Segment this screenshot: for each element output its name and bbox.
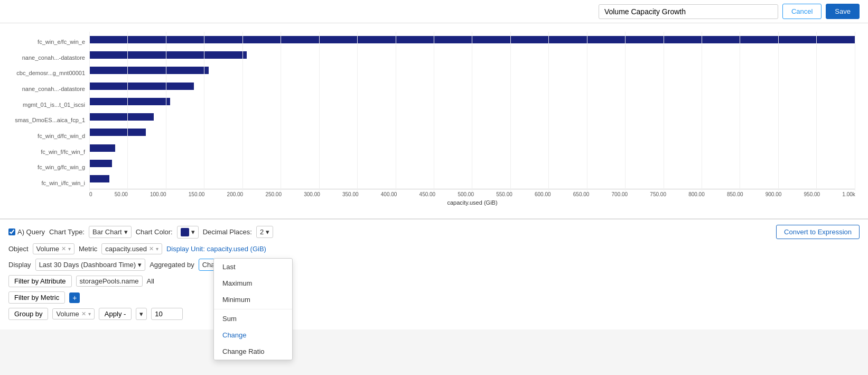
x-tick-label: 350.00 [342,191,359,197]
bar[interactable] [89,129,146,136]
chart-type-label: Chart Type: [49,228,85,236]
filter-metric-label: Filter by Metric [14,294,59,301]
x-tick-label: 100.00 [150,191,166,197]
dropdown-item[interactable]: Last [214,259,292,275]
bar[interactable] [89,51,247,59]
x-tick-label: 550.00 [496,191,512,197]
object-arrow-icon[interactable]: ▾ [68,246,71,252]
display-time-select[interactable]: Last 30 Days (Dashboard Time) ▾ [35,259,146,271]
filter-attribute-button[interactable]: Filter by Attribute [8,275,72,287]
display-unit-link[interactable]: Display Unit: capacity.used (GiB) [166,245,266,253]
x-tick-label: 450.00 [419,191,436,197]
chart-plot: 050.00100.00150.00200.00250.00300.00350.… [89,32,855,206]
x-tick-label: 650.00 [573,191,590,197]
y-label: nane_conah...-datastore [13,53,85,62]
display-time-arrow: ▾ [138,261,142,269]
cancel-button[interactable]: Cancel [782,4,822,19]
group-by-clear-icon[interactable]: ✕ [81,310,86,317]
bar[interactable] [89,67,209,74]
filter-attr-label: Filter by Attribute [14,277,66,285]
query-row: A) Query Chart Type: Bar Chart ▾ Chart C… [8,225,860,239]
filter-attr-field-value: storagePools.name [80,277,139,285]
y-label: cbc_demosr...g_mnt00001 [13,68,85,78]
y-label: nane_conah...-datastore [13,84,85,94]
metric-clear-icon[interactable]: ✕ [149,245,154,252]
chart-area: fc_win_e/fc_win_enane_conah...-datastore… [0,23,868,219]
display-label: Display [8,261,31,269]
x-tick-label: 200.00 [227,191,244,197]
group-by-arrow-icon[interactable]: ▾ [88,311,91,317]
x-tick-label: 50.00 [115,191,128,197]
x-tick-label: 400.00 [381,191,397,197]
decimal-places-select[interactable]: 2 ▾ [256,226,273,238]
query-checkbox[interactable] [8,228,15,235]
group-by-select[interactable]: Volume ✕ ▾ [52,308,94,319]
group-by-button[interactable]: Group by [8,308,48,320]
display-row: Display Last 30 Days (Dashboard Time) ▾ … [8,259,860,271]
y-label: fc_win_i/fc_win_i [13,178,85,188]
x-tick-label: 1.00k [842,191,855,197]
bar-row [89,112,855,122]
object-select[interactable]: Volume ✕ ▾ [33,243,74,254]
y-label: fc_win_e/fc_win_e [13,37,85,47]
x-tick-label: 900.00 [766,191,782,197]
bars-container [89,32,855,189]
object-metric-row: Object Volume ✕ ▾ Metric capacity.used ✕… [8,243,860,254]
filter-attr-all: All [147,277,154,285]
x-tick-label: 600.00 [535,191,551,197]
bar-row [89,97,855,106]
convert-to-expression-button[interactable]: Convert to Expression [776,225,860,239]
chart-type-select[interactable]: Bar Chart ▾ [89,226,132,238]
object-clear-icon[interactable]: ✕ [61,245,66,252]
query-checkbox-label[interactable]: A) Query [8,228,45,236]
x-tick-label: 150.00 [189,191,205,197]
chart-title-input[interactable] [599,4,778,19]
bar-row [89,50,855,60]
color-arrow: ▾ [191,228,195,236]
metric-arrow-icon[interactable]: ▾ [156,246,158,252]
filter-metric-row: Filter by Metric + [8,291,860,304]
x-tick-label: 250.00 [265,191,282,197]
chart-color-swatch[interactable]: ▾ [177,226,199,239]
y-label: smas_DmoES...aica_fcp_1 [13,115,85,125]
metric-select[interactable]: capacity.used ✕ ▾ [101,243,162,254]
y-label: fc_win_f/fc_win_f [13,147,85,157]
metric-value: capacity.used [105,245,147,253]
decimal-places-label: Decimal Places: [203,228,252,236]
bar[interactable] [89,144,115,152]
bar[interactable] [89,113,154,121]
object-label: Object [8,245,29,253]
bar[interactable] [89,98,170,105]
bar-row [89,174,855,184]
header: Cancel Save [0,0,868,23]
apply-number-input[interactable] [151,308,183,320]
dropdown-item[interactable]: Minimum [214,291,292,308]
display-time-value: Last 30 Days (Dashboard Time) [39,261,136,269]
apply-button[interactable]: Apply - [99,308,132,320]
x-tick-label: 300.00 [304,191,320,197]
bar-row [89,35,855,44]
apply-direction-select[interactable]: ▾ [136,308,147,320]
dropdown-item[interactable]: Change [214,327,292,330]
filter-metric-button[interactable]: Filter by Metric [8,291,65,304]
bar[interactable] [89,83,194,90]
controls-area: A) Query Chart Type: Bar Chart ▾ Chart C… [0,219,868,330]
query-label: A) Query [17,228,45,236]
dropdown-item[interactable]: Sum [214,310,292,327]
decimal-places-value: 2 [260,228,264,236]
save-button[interactable]: Save [826,4,860,19]
bar-row [89,66,855,75]
bar[interactable] [89,36,855,43]
dropdown-item[interactable]: Maximum [214,275,292,291]
apply-label: Apply - [105,310,126,318]
filter-attr-field-select[interactable]: storagePools.name [76,276,143,287]
bar[interactable] [89,160,112,167]
add-filter-metric-button[interactable]: + [69,292,80,303]
x-tick-label: 800.00 [688,191,705,197]
x-tick-label: 950.00 [804,191,820,197]
chart-type-value: Bar Chart [92,228,122,236]
bar[interactable] [89,175,109,182]
bar-row [89,159,855,168]
x-tick-label: 700.00 [612,191,628,197]
chart-color-label: Chart Color: [136,228,173,236]
